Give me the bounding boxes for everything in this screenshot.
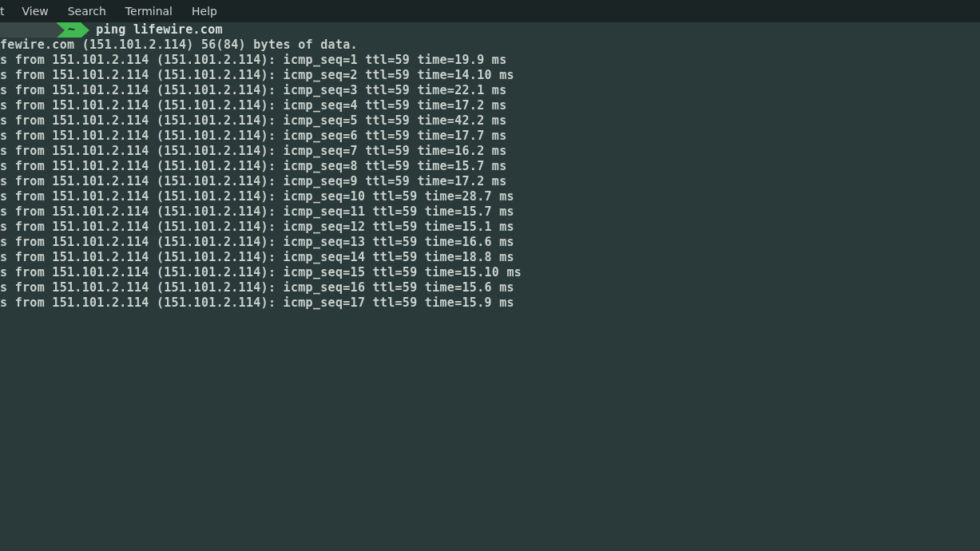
prompt-tilde-arrow-icon xyxy=(81,23,89,38)
ping-reply-line: s from 151.101.2.114 (151.101.2.114): ic… xyxy=(0,98,980,113)
menu-view[interactable]: View xyxy=(13,0,58,22)
ping-reply-line: s from 151.101.2.114 (151.101.2.114): ic… xyxy=(0,204,980,220)
ping-reply-line: s from 151.101.2.114 (151.101.2.114): ic… xyxy=(0,280,980,295)
menu-search[interactable]: Search xyxy=(58,0,116,22)
ping-output: s from 151.101.2.114 (151.101.2.114): ic… xyxy=(0,53,980,311)
ping-reply-line: s from 151.101.2.114 (151.101.2.114): ic… xyxy=(0,129,980,144)
prompt-line: ~ ping lifewire.com xyxy=(0,22,980,38)
ping-reply-line: s from 151.101.2.114 (151.101.2.114): ic… xyxy=(0,83,980,98)
ping-reply-line: s from 151.101.2.114 (151.101.2.114): ic… xyxy=(0,250,980,265)
ping-reply-line: s from 151.101.2.114 (151.101.2.114): ic… xyxy=(0,235,980,250)
ping-reply-line: s from 151.101.2.114 (151.101.2.114): ic… xyxy=(0,265,980,280)
menu-terminal[interactable]: Terminal xyxy=(116,0,182,22)
ping-reply-line: s from 151.101.2.114 (151.101.2.114): ic… xyxy=(0,189,980,204)
terminal-body[interactable]: ~ ping lifewire.com fewire.com (151.101.… xyxy=(0,22,980,311)
ping-reply-line: s from 151.101.2.114 (151.101.2.114): ic… xyxy=(0,220,980,235)
menu-edit-partial[interactable]: t xyxy=(0,0,13,22)
menu-help[interactable]: Help xyxy=(182,0,227,22)
ping-reply-line: s from 151.101.2.114 (151.101.2.114): ic… xyxy=(0,113,980,129)
prompt-user-block xyxy=(0,22,57,38)
ping-reply-line: s from 151.101.2.114 (151.101.2.114): ic… xyxy=(0,68,980,83)
ping-header-line: fewire.com (151.101.2.114) 56(84) bytes … xyxy=(0,38,980,53)
ping-reply-line: s from 151.101.2.114 (151.101.2.114): ic… xyxy=(0,159,980,174)
ping-reply-line: s from 151.101.2.114 (151.101.2.114): ic… xyxy=(0,144,980,159)
ping-reply-line: s from 151.101.2.114 (151.101.2.114): ic… xyxy=(0,174,980,189)
prompt-arrow-icon xyxy=(57,23,65,38)
ping-reply-line: s from 151.101.2.114 (151.101.2.114): ic… xyxy=(0,53,980,68)
command-input[interactable]: ping lifewire.com xyxy=(89,22,223,38)
ping-reply-line: s from 151.101.2.114 (151.101.2.114): ic… xyxy=(0,295,980,311)
menubar: t View Search Terminal Help xyxy=(0,0,980,22)
